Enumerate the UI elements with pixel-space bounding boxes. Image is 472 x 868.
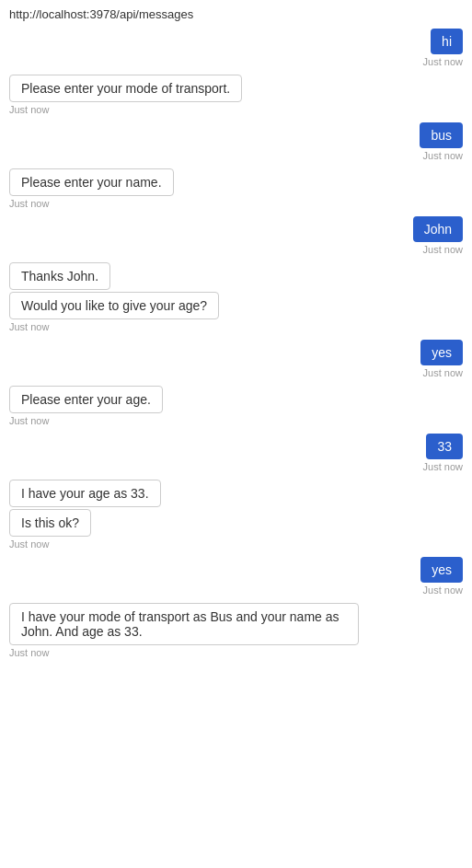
user-bubble: John [413, 216, 463, 242]
message-row: Please enter your age. [9, 386, 463, 413]
timestamp: Just now [9, 56, 463, 67]
timestamp: Just now [9, 461, 463, 472]
bot-bubble: Is this ok? [9, 509, 91, 537]
message-row: I have your age as 33. [9, 480, 463, 507]
url-bar: http://localhost:3978/api/messages [0, 0, 472, 29]
message-row: Please enter your mode of transport. [9, 75, 463, 102]
timestamp: Just now [9, 415, 463, 426]
timestamp: Just now [9, 150, 463, 161]
timestamp: Just now [9, 244, 463, 255]
timestamp: Just now [9, 538, 463, 550]
chat-container: hiJust nowPlease enter your mode of tran… [0, 29, 472, 684]
message-row: Is this ok? [9, 509, 463, 537]
bot-bubble: Please enter your age. [9, 386, 163, 413]
message-row: yes [9, 340, 463, 365]
timestamp: Just now [9, 367, 463, 378]
bot-bubble: I have your mode of transport as Bus and… [9, 603, 359, 645]
message-row: hi [9, 29, 463, 54]
message-row: 33 [9, 434, 463, 459]
timestamp: Just now [9, 104, 463, 115]
user-bubble: hi [431, 29, 463, 54]
bot-bubble: Please enter your mode of transport. [9, 75, 242, 102]
message-row: Would you like to give your age? [9, 292, 463, 319]
user-bubble: bus [420, 122, 463, 148]
bot-bubble: Thanks John. [9, 262, 110, 290]
bot-bubble: Would you like to give your age? [9, 292, 219, 319]
message-row: Please enter your name. [9, 168, 463, 196]
timestamp: Just now [9, 321, 463, 332]
message-row: Thanks John. [9, 262, 463, 290]
user-bubble: 33 [426, 434, 463, 459]
message-row: bus [9, 122, 463, 148]
message-row: yes [9, 557, 463, 583]
message-row: John [9, 216, 463, 242]
user-bubble: yes [420, 340, 463, 365]
bot-bubble: I have your age as 33. [9, 480, 161, 507]
message-row: I have your mode of transport as Bus and… [9, 603, 463, 645]
timestamp: Just now [9, 647, 463, 658]
user-bubble: yes [420, 557, 463, 583]
timestamp: Just now [9, 198, 463, 209]
timestamp: Just now [9, 584, 463, 596]
bot-bubble: Please enter your name. [9, 168, 174, 196]
